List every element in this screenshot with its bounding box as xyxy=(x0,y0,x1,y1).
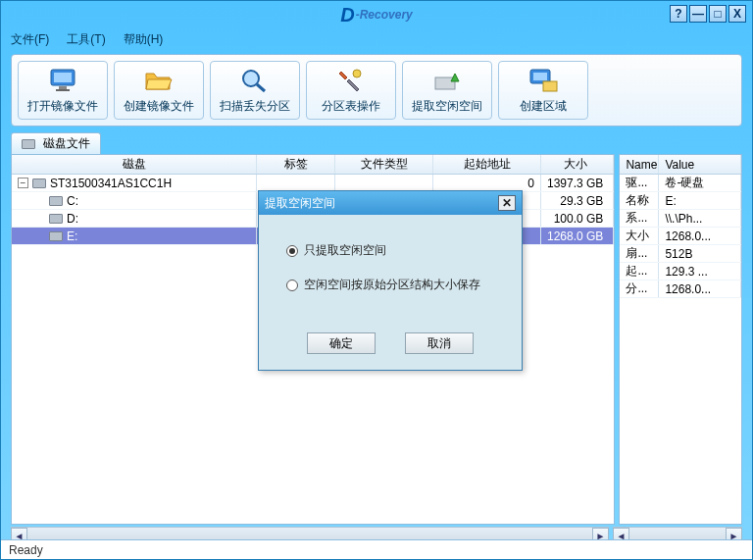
prop-value: 1268.0... xyxy=(659,280,741,297)
prop-name: 起... xyxy=(620,263,659,280)
prop-row[interactable]: 扇...512B xyxy=(620,245,741,263)
tab-label: 磁盘文件 xyxy=(43,135,90,152)
size-value: 1268.0 GB xyxy=(541,228,614,244)
tool-label: 提取空闲空间 xyxy=(412,98,482,115)
size-value: 1397.3 GB xyxy=(541,175,614,191)
col-label[interactable]: 标签 xyxy=(257,155,335,174)
tool-label: 打开镜像文件 xyxy=(27,98,98,115)
partition-ops-button[interactable]: 分区表操作 xyxy=(306,61,396,120)
svg-rect-2 xyxy=(59,86,67,89)
svg-rect-10 xyxy=(543,81,557,91)
radio-icon[interactable] xyxy=(286,245,298,257)
dialog-buttons: 确定 取消 xyxy=(259,323,522,370)
col-start[interactable]: 起始地址 xyxy=(433,155,541,174)
dialog-close-button[interactable]: ✕ xyxy=(498,195,516,211)
extract-free-dialog: 提取空闲空间 ✕ 只提取空闲空间 空闲空间按原始分区结构大小保存 确定 取消 xyxy=(258,190,523,371)
logo-rest: -Recovery xyxy=(356,8,413,22)
option-label: 只提取空闲空间 xyxy=(304,242,386,259)
prop-value: 129.3 ... xyxy=(659,263,741,280)
menu-tool[interactable]: 工具(T) xyxy=(67,31,105,48)
menu-help[interactable]: 帮助(H) xyxy=(124,31,164,48)
prop-name: 系... xyxy=(620,210,659,227)
prop-value: 1268.0... xyxy=(659,228,741,244)
svg-point-6 xyxy=(353,70,361,77)
disk-grid-header: 磁盘 标签 文件类型 起始地址 大小 xyxy=(12,155,614,175)
col-disk[interactable]: 磁盘 xyxy=(12,155,257,174)
tabstrip: 磁盘文件 xyxy=(11,132,742,154)
dialog-title: 提取空闲空间 xyxy=(265,195,335,212)
prop-row[interactable]: 大小1268.0... xyxy=(620,228,741,245)
magnifier-icon xyxy=(239,67,271,94)
prop-row[interactable]: 起...129.3 ... xyxy=(620,263,741,280)
prop-row[interactable]: 分...1268.0... xyxy=(620,280,741,298)
part-name: E: xyxy=(67,229,77,243)
properties-panel: Name Value 驱...卷-硬盘名称E:系...\\.\Ph...大小12… xyxy=(619,154,742,525)
hdd-icon xyxy=(32,178,46,188)
open-image-button[interactable]: 打开镜像文件 xyxy=(18,61,108,120)
drive-icon xyxy=(49,231,63,241)
titlebar: D -Recovery ? — □ X xyxy=(1,1,752,28)
monitor-icon xyxy=(47,67,78,94)
cancel-button[interactable]: 取消 xyxy=(405,332,474,354)
col-name[interactable]: Name xyxy=(620,155,659,174)
maximize-button[interactable]: □ xyxy=(709,5,727,23)
props-header: Name Value xyxy=(620,155,741,175)
close-button[interactable]: X xyxy=(728,5,746,23)
tool-label: 分区表操作 xyxy=(322,98,380,115)
svg-line-5 xyxy=(257,84,265,91)
part-name: D: xyxy=(67,212,78,226)
prop-row[interactable]: 名称E: xyxy=(620,192,741,210)
option-only-free[interactable]: 只提取空闲空间 xyxy=(286,242,506,259)
logo-d: D xyxy=(340,4,354,26)
svg-point-4 xyxy=(243,71,259,86)
prop-value: 卷-硬盘 xyxy=(659,175,741,191)
tool-label: 扫描丢失分区 xyxy=(220,98,290,115)
tab-disk-files[interactable]: 磁盘文件 xyxy=(11,132,101,154)
dialog-titlebar[interactable]: 提取空闲空间 ✕ xyxy=(259,191,522,215)
scan-lost-button[interactable]: 扫描丢失分区 xyxy=(210,61,300,120)
menu-file[interactable]: 文件(F) xyxy=(11,31,49,48)
part-name: C: xyxy=(67,194,78,208)
dialog-body: 只提取空闲空间 空闲空间按原始分区结构大小保存 xyxy=(259,215,522,323)
prop-name: 扇... xyxy=(620,245,659,262)
disk-name: ST31500341AS1CC1H xyxy=(50,177,172,190)
minimize-button[interactable]: — xyxy=(689,5,707,23)
col-type[interactable]: 文件类型 xyxy=(335,155,433,174)
option-label: 空闲空间按原始分区结构大小保存 xyxy=(304,277,480,293)
prop-value: 512B xyxy=(659,245,741,262)
status-text: Ready xyxy=(9,543,43,557)
prop-value: E: xyxy=(659,192,741,209)
tool-label: 创建镜像文件 xyxy=(124,98,194,115)
col-value[interactable]: Value xyxy=(659,155,741,174)
svg-rect-1 xyxy=(54,73,72,82)
option-original-struct[interactable]: 空闲空间按原始分区结构大小保存 xyxy=(286,277,506,293)
size-value: 29.3 GB xyxy=(541,192,614,209)
ok-button[interactable]: 确定 xyxy=(307,332,376,354)
col-size[interactable]: 大小 xyxy=(541,155,614,174)
radio-icon[interactable] xyxy=(286,280,298,291)
menubar: 文件(F) 工具(T) 帮助(H) xyxy=(1,28,752,50)
prop-name: 大小 xyxy=(620,228,659,244)
svg-rect-3 xyxy=(56,89,70,91)
monitor-disk-icon xyxy=(527,67,559,94)
start-value: 0 xyxy=(433,175,541,191)
prop-row[interactable]: 系...\\.\Ph... xyxy=(620,210,741,228)
statusbar: Ready xyxy=(1,539,752,559)
extract-free-button[interactable]: 提取空闲空间 xyxy=(402,61,492,120)
drive-icon xyxy=(49,214,63,224)
prop-value: \\.\Ph... xyxy=(659,210,741,227)
prop-name: 驱... xyxy=(620,175,659,191)
size-value: 100.0 GB xyxy=(541,210,614,227)
create-image-button[interactable]: 创建镜像文件 xyxy=(114,61,204,120)
disk-icon xyxy=(22,139,35,149)
disk-arrow-icon xyxy=(431,67,463,94)
prop-name: 名称 xyxy=(620,192,659,209)
help-button[interactable]: ? xyxy=(670,5,687,23)
toolbar: 打开镜像文件 创建镜像文件 扫描丢失分区 分区表操作 提取空闲空间 创建区域 xyxy=(11,54,742,127)
app-logo: D -Recovery xyxy=(340,4,412,26)
collapse-icon[interactable]: − xyxy=(18,178,28,188)
svg-rect-9 xyxy=(533,73,547,80)
create-area-button[interactable]: 创建区域 xyxy=(498,61,588,120)
prop-row[interactable]: 驱...卷-硬盘 xyxy=(620,175,741,192)
folder-icon xyxy=(143,67,175,94)
